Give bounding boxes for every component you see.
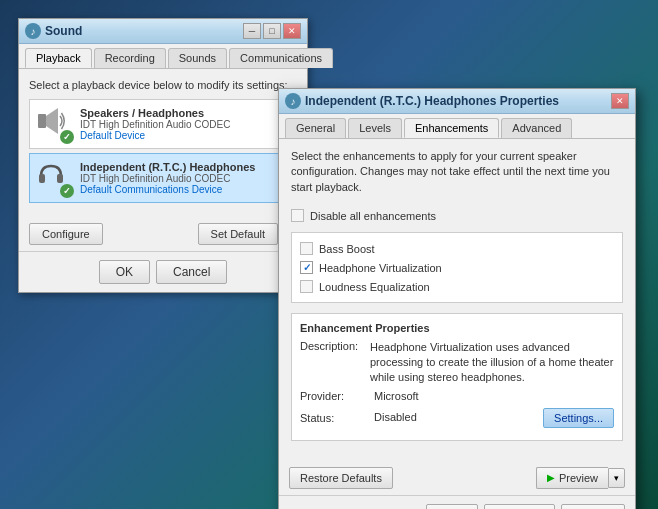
ep-title: Enhancement Properties (300, 322, 614, 334)
preview-button-group: ▶ Preview ▾ (536, 467, 625, 489)
preview-button[interactable]: ▶ Preview (536, 467, 608, 489)
props-title: Independent (R.T.C.) Headphones Properti… (305, 94, 559, 108)
bass-boost-item[interactable]: Bass Boost (300, 239, 614, 258)
sound-content: Select a playback device below to modify… (19, 69, 307, 217)
props-apply-button[interactable]: Apply (561, 504, 625, 509)
speakers-info: Speakers / Headphones IDT High Definitio… (80, 107, 290, 141)
sound-minimize-btn[interactable]: ─ (243, 23, 261, 39)
tab-communications[interactable]: Communications (229, 48, 333, 68)
tab-advanced[interactable]: Advanced (501, 118, 572, 138)
ep-status-value: Disabled (374, 410, 417, 425)
tab-recording[interactable]: Recording (94, 48, 166, 68)
disable-all-label: Disable all enhancements (310, 210, 436, 222)
props-footer: OK Cancel Apply (279, 495, 635, 509)
svg-rect-2 (39, 174, 45, 183)
sound-close-btn[interactable]: ✕ (283, 23, 301, 39)
sound-icon: ♪ (25, 23, 41, 39)
loudness-eq-label: Loudness Equalization (319, 281, 430, 293)
sound-description: Select a playback device below to modify… (29, 79, 297, 91)
sound-ok-button[interactable]: OK (99, 260, 150, 284)
sound-footer: OK Cancel (19, 251, 307, 292)
sound-maximize-btn[interactable]: □ (263, 23, 281, 39)
headphone-virt-item[interactable]: Headphone Virtualization (300, 258, 614, 277)
props-titlebar: ♪ Independent (R.T.C.) Headphones Proper… (279, 89, 635, 114)
ep-status-label: Status: (300, 412, 370, 424)
restore-defaults-button[interactable]: Restore Defaults (289, 467, 393, 489)
props-description: Select the enhancements to apply for you… (291, 149, 623, 195)
bass-boost-checkbox[interactable] (300, 242, 313, 255)
ep-status-row: Status: Disabled Settings... (300, 408, 614, 428)
props-cancel-button[interactable]: Cancel (484, 504, 555, 509)
ep-provider-label: Provider: (300, 390, 370, 402)
sound-titlebar: ♪ Sound ─ □ ✕ (19, 19, 307, 44)
headphone-virt-label: Headphone Virtualization (319, 262, 442, 274)
sound-dialog: ♪ Sound ─ □ ✕ Playback Recording Sounds … (18, 18, 308, 293)
preview-label: Preview (559, 472, 598, 484)
speakers-badge: Default Device (80, 130, 290, 141)
props-tabs-bar: General Levels Enhancements Advanced (279, 114, 635, 139)
tab-enhancements[interactable]: Enhancements (404, 118, 499, 138)
enhancement-properties-section: Enhancement Properties Description: Head… (291, 313, 623, 440)
loudness-eq-item[interactable]: Loudness Equalization (300, 277, 614, 296)
speakers-check: ✓ (60, 130, 74, 144)
headphones-check: ✓ (60, 184, 74, 198)
speakers-sub1: IDT High Definition Audio CODEC (80, 119, 290, 130)
sound-titlebar-left: ♪ Sound (25, 23, 82, 39)
props-icon: ♪ (285, 93, 301, 109)
device-item-headphones[interactable]: ✓ Independent (R.T.C.) Headphones IDT Hi… (29, 153, 297, 203)
props-titlebar-controls: ✕ (611, 93, 629, 109)
props-titlebar-left: ♪ Independent (R.T.C.) Headphones Proper… (285, 93, 559, 109)
sound-tabs-bar: Playback Recording Sounds Communications (19, 44, 307, 69)
headphones-info: Independent (R.T.C.) Headphones IDT High… (80, 161, 290, 195)
settings-button[interactable]: Settings... (543, 408, 614, 428)
preview-arrow-btn[interactable]: ▾ (608, 468, 625, 488)
props-close-btn[interactable]: ✕ (611, 93, 629, 109)
speakers-icon: ✓ (36, 106, 72, 142)
svg-marker-1 (46, 108, 58, 134)
headphone-virt-checkbox[interactable] (300, 261, 313, 274)
loudness-eq-checkbox[interactable] (300, 280, 313, 293)
sound-bottom-bar: Configure Set Default ▾ (19, 217, 307, 251)
enhancements-list: Bass Boost Headphone Virtualization Loud… (291, 232, 623, 303)
ep-provider-value: Microsoft (374, 389, 419, 404)
tab-levels[interactable]: Levels (348, 118, 402, 138)
properties-dialog: ♪ Independent (R.T.C.) Headphones Proper… (278, 88, 636, 509)
tab-general[interactable]: General (285, 118, 346, 138)
tab-sounds[interactable]: Sounds (168, 48, 227, 68)
ep-description-row: Description: Headphone Virtualization us… (300, 340, 614, 385)
device-item-speakers[interactable]: ✓ Speakers / Headphones IDT High Definit… (29, 99, 297, 149)
props-content: Select the enhancements to apply for you… (279, 139, 635, 461)
configure-button[interactable]: Configure (29, 223, 103, 245)
tab-playback[interactable]: Playback (25, 48, 92, 68)
bass-boost-label: Bass Boost (319, 243, 375, 255)
sound-cancel-button[interactable]: Cancel (156, 260, 227, 284)
headphones-sub1: IDT High Definition Audio CODEC (80, 173, 290, 184)
props-ok-button[interactable]: OK (426, 504, 477, 509)
svg-rect-3 (57, 174, 63, 183)
disable-all-row: Disable all enhancements (291, 205, 623, 226)
disable-all-checkbox[interactable] (291, 209, 304, 222)
svg-rect-0 (38, 114, 46, 128)
sound-titlebar-controls: ─ □ ✕ (243, 23, 301, 39)
props-footer-row1: Restore Defaults ▶ Preview ▾ (279, 461, 635, 495)
speakers-name: Speakers / Headphones (80, 107, 290, 119)
ep-desc-label: Description: (300, 340, 370, 352)
headphones-badge: Default Communications Device (80, 184, 290, 195)
headphones-name: Independent (R.T.C.) Headphones (80, 161, 290, 173)
set-default-button[interactable]: Set Default (198, 223, 278, 245)
ep-provider-row: Provider: Microsoft (300, 389, 614, 404)
ep-desc-value: Headphone Virtualization uses advanced p… (370, 340, 614, 385)
headphones-icon: ✓ (36, 160, 72, 196)
sound-title: Sound (45, 24, 82, 38)
